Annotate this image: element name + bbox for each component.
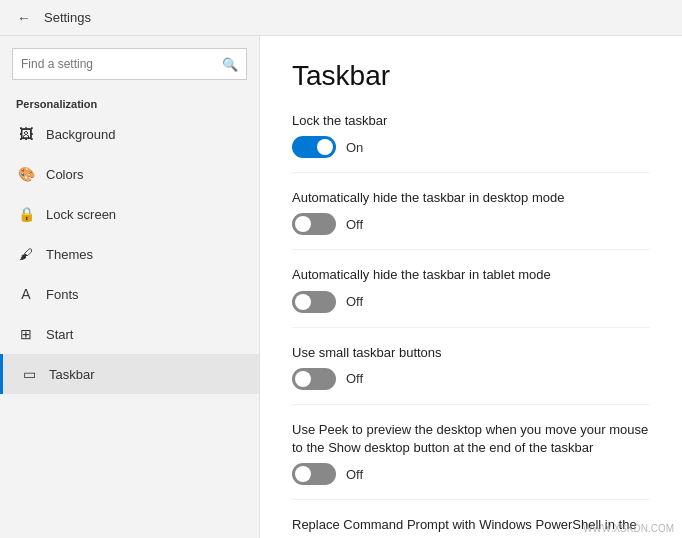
toggle-knob-lock-taskbar — [317, 139, 333, 155]
background-icon: 🖼 — [16, 124, 36, 144]
title-bar-label: Settings — [44, 10, 91, 25]
start-icon: ⊞ — [16, 324, 36, 344]
sidebar-item-label-colors: Colors — [46, 167, 84, 182]
toggle-status-small-buttons: Off — [346, 371, 363, 386]
sidebar-item-label-lock-screen: Lock screen — [46, 207, 116, 222]
taskbar-icon: ▭ — [19, 364, 39, 384]
toggle-knob-peek-preview — [295, 466, 311, 482]
search-input[interactable] — [21, 57, 222, 71]
sidebar-item-label-background: Background — [46, 127, 115, 142]
setting-auto-hide-tablet: Automatically hide the taskbar in tablet… — [292, 266, 650, 327]
setting-label-peek-preview: Use Peek to preview the desktop when you… — [292, 421, 650, 457]
title-bar: ← Settings — [0, 0, 682, 36]
sidebar-item-start[interactable]: ⊞Start — [0, 314, 259, 354]
sidebar-item-label-themes: Themes — [46, 247, 93, 262]
toggle-small-buttons[interactable] — [292, 368, 336, 390]
sidebar-item-background[interactable]: 🖼Background — [0, 114, 259, 154]
sidebar-item-colors[interactable]: 🎨Colors — [0, 154, 259, 194]
search-icon: 🔍 — [222, 57, 238, 72]
fonts-icon: A — [16, 284, 36, 304]
setting-lock-taskbar: Lock the taskbarOn — [292, 112, 650, 173]
lock-screen-icon: 🔒 — [16, 204, 36, 224]
content-area: Taskbar Lock the taskbarOnAutomatically … — [260, 36, 682, 538]
toggle-status-peek-preview: Off — [346, 467, 363, 482]
toggle-auto-hide-tablet[interactable] — [292, 291, 336, 313]
toggle-peek-preview[interactable] — [292, 463, 336, 485]
toggle-auto-hide-desktop[interactable] — [292, 213, 336, 235]
back-button[interactable]: ← — [12, 6, 36, 30]
setting-label-lock-taskbar: Lock the taskbar — [292, 112, 650, 130]
watermark: WWW.XSKDN.COM — [583, 523, 674, 534]
toggle-lock-taskbar[interactable] — [292, 136, 336, 158]
sidebar-item-label-start: Start — [46, 327, 73, 342]
sidebar-item-label-fonts: Fonts — [46, 287, 79, 302]
colors-icon: 🎨 — [16, 164, 36, 184]
toggle-knob-small-buttons — [295, 371, 311, 387]
toggle-status-lock-taskbar: On — [346, 140, 363, 155]
setting-auto-hide-desktop: Automatically hide the taskbar in deskto… — [292, 189, 650, 250]
setting-label-small-buttons: Use small taskbar buttons — [292, 344, 650, 362]
sidebar-item-label-taskbar: Taskbar — [49, 367, 95, 382]
setting-small-buttons: Use small taskbar buttonsOff — [292, 344, 650, 405]
setting-label-auto-hide-desktop: Automatically hide the taskbar in deskto… — [292, 189, 650, 207]
main-layout: 🔍 Personalization 🖼Background🎨Colors🔒Loc… — [0, 36, 682, 538]
sidebar-item-lock-screen[interactable]: 🔒Lock screen — [0, 194, 259, 234]
sidebar: 🔍 Personalization 🖼Background🎨Colors🔒Loc… — [0, 36, 260, 538]
setting-label-auto-hide-tablet: Automatically hide the taskbar in tablet… — [292, 266, 650, 284]
sidebar-item-fonts[interactable]: AFonts — [0, 274, 259, 314]
section-label: Personalization — [0, 92, 259, 114]
sidebar-item-taskbar[interactable]: ▭Taskbar — [0, 354, 259, 394]
search-box[interactable]: 🔍 — [12, 48, 247, 80]
toggle-status-auto-hide-desktop: Off — [346, 217, 363, 232]
themes-icon: 🖌 — [16, 244, 36, 264]
page-title: Taskbar — [292, 60, 650, 92]
sidebar-item-themes[interactable]: 🖌Themes — [0, 234, 259, 274]
toggle-status-auto-hide-tablet: Off — [346, 294, 363, 309]
settings-container: Lock the taskbarOnAutomatically hide the… — [292, 112, 650, 538]
toggle-knob-auto-hide-desktop — [295, 216, 311, 232]
toggle-knob-auto-hide-tablet — [295, 294, 311, 310]
nav-items-container: 🖼Background🎨Colors🔒Lock screen🖌ThemesAFo… — [0, 114, 259, 394]
setting-peek-preview: Use Peek to preview the desktop when you… — [292, 421, 650, 500]
